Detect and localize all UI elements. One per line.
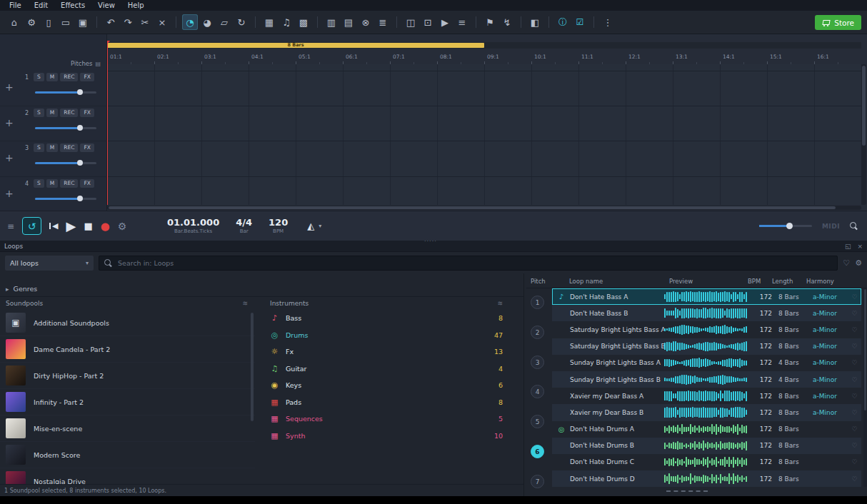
pitch-badge-6[interactable]: 6 bbox=[531, 445, 544, 458]
loop-row[interactable]: ♪Don't Hate Bass A1728 Barsa-Minor♡ bbox=[552, 288, 861, 305]
favorite-heart-icon[interactable]: ♡ bbox=[848, 293, 861, 301]
track-volume-thumb[interactable] bbox=[77, 125, 83, 131]
track-fx-button[interactable]: FX bbox=[80, 143, 94, 152]
workspace-layout-icon[interactable]: ◧ bbox=[527, 14, 543, 30]
loop-preview-waveform[interactable] bbox=[664, 341, 748, 352]
soundpools-scrollbar[interactable] bbox=[251, 313, 254, 421]
add-track-button[interactable]: + bbox=[5, 152, 14, 163]
metronome-icon[interactable]: ◭ bbox=[307, 221, 314, 231]
master-fx-icon[interactable]: ⊗ bbox=[358, 14, 374, 30]
matrix-view-icon[interactable]: ▩ bbox=[296, 14, 311, 30]
save-icon[interactable]: ▣ bbox=[75, 14, 91, 30]
cloud-sync-icon[interactable]: ↻ bbox=[234, 14, 249, 30]
menu-help[interactable]: Help bbox=[121, 0, 151, 11]
redo-icon[interactable]: ↷ bbox=[120, 14, 136, 30]
favorites-filter-icon[interactable]: ♡ bbox=[843, 258, 850, 268]
undock-panel-icon[interactable]: ◱ bbox=[845, 243, 851, 250]
menu-view[interactable]: View bbox=[91, 0, 121, 11]
track-m-button[interactable]: M bbox=[46, 73, 58, 81]
favorite-heart-icon[interactable]: ♡ bbox=[848, 409, 861, 416]
track-volume-thumb[interactable] bbox=[77, 160, 83, 166]
video-monitor-icon[interactable]: ◫ bbox=[403, 14, 419, 30]
loop-row[interactable]: Saturday Bright Lights Bass B1728 Barsa-… bbox=[552, 338, 861, 355]
pitch-badge-4[interactable]: 4 bbox=[531, 385, 544, 398]
track-lane[interactable] bbox=[107, 106, 861, 142]
track-m-button[interactable]: M bbox=[46, 109, 58, 117]
loop-range-lane[interactable]: 8 Bars bbox=[107, 42, 861, 49]
track-rec-button[interactable]: REC bbox=[60, 179, 78, 188]
track-volume-slider[interactable] bbox=[35, 162, 96, 164]
master-volume-slider[interactable] bbox=[759, 225, 812, 227]
instrument-item[interactable]: ▦Sequences5 bbox=[259, 410, 513, 428]
stop-button[interactable]: ■ bbox=[84, 221, 92, 231]
track-volume-thumb[interactable] bbox=[77, 196, 83, 201]
track-lane[interactable] bbox=[107, 141, 861, 177]
loop-preview-waveform[interactable] bbox=[664, 390, 748, 401]
favorite-heart-icon[interactable]: ♡ bbox=[848, 442, 861, 449]
loop-row[interactable]: Don't Hate Bass B1728 Barsa-Minor♡ bbox=[552, 305, 861, 321]
metronome-control[interactable]: ◭ ▾ bbox=[307, 221, 321, 231]
tips-toggle-icon[interactable]: ☑ bbox=[572, 14, 588, 30]
add-track-button[interactable]: + bbox=[5, 188, 14, 199]
arranger-vscroll-thumb[interactable] bbox=[862, 66, 866, 146]
track-volume-slider[interactable] bbox=[35, 91, 96, 94]
instrument-item[interactable]: ◉Keys6 bbox=[259, 377, 513, 394]
skip-start-button[interactable]: ◀ bbox=[49, 221, 58, 231]
loop-preview-waveform[interactable] bbox=[664, 374, 748, 385]
track-rec-button[interactable]: REC bbox=[60, 109, 78, 117]
track-fx-button[interactable]: FX bbox=[80, 73, 94, 81]
store-button[interactable]: Store bbox=[815, 15, 861, 30]
track-fx-button[interactable]: FX bbox=[80, 179, 94, 188]
arranger-vertical-scrollbar[interactable] bbox=[861, 64, 866, 205]
instrument-item[interactable]: ◎Drums47 bbox=[259, 327, 513, 344]
track-fx-button[interactable]: FX bbox=[80, 109, 94, 117]
favorite-heart-icon[interactable]: ♡ bbox=[848, 475, 861, 483]
loop-preview-waveform[interactable] bbox=[664, 324, 748, 335]
open-project-icon[interactable]: ▭ bbox=[58, 14, 74, 30]
loop-preview-waveform[interactable] bbox=[664, 308, 748, 318]
metronome-dropdown-caret[interactable]: ▾ bbox=[319, 223, 321, 229]
instrument-item[interactable]: ▦Pads8 bbox=[259, 394, 513, 411]
track-s-button[interactable]: S bbox=[34, 179, 44, 188]
loop-row[interactable]: ◎Don't Hate Drums A1728 Bars♡ bbox=[552, 421, 861, 438]
settings-icon[interactable]: ⚙ bbox=[24, 14, 39, 30]
arranger-hscroll-thumb[interactable] bbox=[109, 206, 836, 209]
soundpool-item[interactable]: ▣Additional Soundpools bbox=[0, 310, 255, 336]
loop-row[interactable]: Xavier my Dear Bass B1728 Barsa-Minor♡ bbox=[552, 404, 861, 420]
volume-thumb[interactable] bbox=[786, 223, 793, 229]
pitch-badge-5[interactable]: 5 bbox=[531, 415, 544, 428]
automation-icon[interactable]: ↯ bbox=[499, 14, 515, 30]
track-m-button[interactable]: M bbox=[46, 179, 58, 188]
menu-edit[interactable]: Edit bbox=[28, 0, 54, 11]
loop-row[interactable]: Saturday Bright Lights Bass A1728 Barsa-… bbox=[552, 321, 861, 338]
genres-expand-icon[interactable]: ▸ bbox=[6, 286, 9, 293]
favorite-heart-icon[interactable]: ♡ bbox=[848, 393, 861, 400]
loop-preview-waveform[interactable] bbox=[664, 407, 748, 418]
track-s-button[interactable]: S bbox=[34, 143, 44, 152]
loop-row[interactable]: Don't Hate Drums C1728 Bars♡ bbox=[552, 454, 861, 470]
loops-searchbox[interactable] bbox=[99, 256, 838, 271]
pitch-badge-2[interactable]: 2 bbox=[531, 326, 544, 339]
track-rec-button[interactable]: REC bbox=[60, 73, 78, 81]
instrument-item[interactable]: ☼Fx13 bbox=[259, 343, 513, 361]
instrument-item[interactable]: ♪Bass8 bbox=[259, 310, 513, 327]
loop-preview-waveform[interactable] bbox=[664, 424, 748, 435]
takes-folder-icon[interactable]: ▱ bbox=[216, 14, 232, 30]
loops-filter-dropdown[interactable]: All loops ▾ bbox=[5, 256, 94, 271]
loop-preview-waveform[interactable] bbox=[664, 358, 748, 368]
tempo-display[interactable]: 120 BPM bbox=[269, 218, 288, 234]
soundpool-item[interactable]: Mise-en-scene bbox=[0, 415, 255, 442]
add-track-button[interactable]: + bbox=[5, 117, 14, 128]
preview-monitor-icon[interactable]: ⊡ bbox=[420, 14, 436, 30]
object-list-icon[interactable]: ≡ bbox=[454, 14, 470, 30]
favorite-heart-icon[interactable]: ♡ bbox=[848, 326, 861, 333]
soundpools-filter-icon[interactable]: ≋ bbox=[242, 300, 248, 307]
track-volume-slider[interactable] bbox=[35, 198, 96, 200]
favorite-heart-icon[interactable]: ♡ bbox=[848, 458, 861, 465]
playback-settings-icon[interactable]: ⚙ bbox=[118, 221, 127, 232]
track-volume-thumb[interactable] bbox=[77, 89, 83, 95]
instrument-item[interactable]: ♫Guitar4 bbox=[259, 361, 513, 378]
info-toggle-icon[interactable]: ⓘ bbox=[555, 14, 571, 30]
video-player-icon[interactable]: ▶ bbox=[437, 14, 453, 30]
smart-object-icon[interactable]: ◕ bbox=[199, 14, 215, 30]
